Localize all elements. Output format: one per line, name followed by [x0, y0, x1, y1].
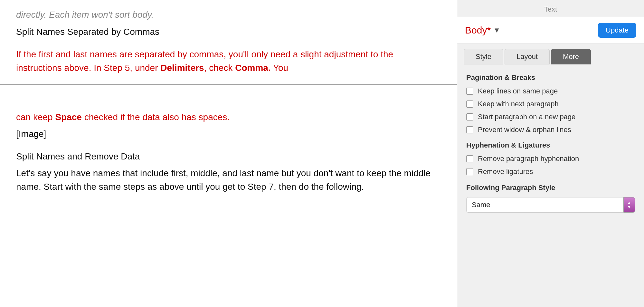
checkbox-remove-ligatures-label: Remove ligatures [478, 168, 533, 176]
red-p2-start: can keep [16, 112, 55, 122]
checkbox-prevent-widow: Prevent widow & orphan lines [466, 126, 635, 134]
red-p2-end: checked if the data also has spaces. [82, 112, 230, 122]
checkbox-keep-with-next-label: Keep with next paragraph [478, 100, 559, 108]
red-text-after-delimiters: , check [204, 63, 235, 73]
checkbox-remove-ligatures: Remove ligatures [466, 168, 635, 176]
following-section: Following Paragraph Style Same ▲ ▼ [466, 184, 635, 213]
page-section-bottom: can keep Space checked if the data also … [16, 85, 441, 194]
tab-style[interactable]: Style [464, 49, 503, 64]
checkbox-remove-ligatures-box[interactable] [466, 168, 473, 175]
following-select-row: Same ▲ ▼ [466, 197, 635, 213]
checkbox-keep-with-next: Keep with next paragraph [466, 100, 635, 108]
panel-title: Text [544, 5, 557, 13]
following-select[interactable]: Same [466, 197, 623, 213]
tab-layout[interactable]: Layout [505, 49, 550, 64]
style-dropdown-arrow[interactable]: ▼ [493, 26, 500, 34]
checkbox-prevent-widow-label: Prevent widow & orphan lines [478, 126, 571, 134]
checkbox-remove-hyphenation-box[interactable] [466, 155, 473, 162]
stepper-up-arrow: ▲ [627, 201, 631, 205]
red-bold-space: Space [55, 112, 82, 122]
faded-top-text: directly. Each item won't sort body. [16, 10, 441, 20]
red-text-after-comma: You [271, 63, 289, 73]
red-bold-comma: Comma. [235, 63, 270, 73]
checkbox-start-new-page-label: Start paragraph on a new page [478, 113, 575, 121]
panel-body: Pagination & Breaks Keep lines on same p… [457, 64, 644, 307]
tab-more[interactable]: More [551, 49, 591, 64]
body-text-main: Let's say you have names that include fi… [16, 167, 441, 194]
following-section-title: Following Paragraph Style [466, 184, 635, 192]
heading-split-names-remove: Split Names and Remove Data [16, 150, 441, 163]
style-selector-row: Body* ▼ Update [457, 17, 644, 44]
following-stepper[interactable]: ▲ ▼ [623, 197, 635, 213]
style-name-label: Body* [465, 25, 491, 36]
tabs-row: Style Layout More [457, 44, 644, 64]
stepper-down-arrow: ▼ [627, 205, 631, 209]
red-paragraph-1: If the first and last names are separate… [16, 48, 441, 75]
style-selector-left[interactable]: Body* ▼ [465, 25, 500, 36]
panel-header: Text [457, 0, 644, 17]
page-section-top: directly. Each item won't sort body. Spl… [16, 10, 441, 84]
checkbox-start-new-page-box[interactable] [466, 113, 473, 120]
checkbox-keep-with-next-box[interactable] [466, 101, 473, 108]
checkbox-keep-lines-label: Keep lines on same page [478, 87, 558, 95]
checkbox-keep-lines: Keep lines on same page [466, 87, 635, 95]
checkbox-start-new-page: Start paragraph on a new page [466, 113, 635, 121]
heading-split-names: Split Names Separated by Commas [16, 25, 441, 39]
red-bold-delimiters: Delimiters [160, 63, 204, 73]
update-button[interactable]: Update [598, 23, 636, 38]
right-panel: Text Body* ▼ Update Style Layout More Pa… [457, 0, 644, 307]
main-content: directly. Each item won't sort body. Spl… [0, 0, 457, 307]
checkbox-keep-lines-box[interactable] [466, 88, 473, 95]
hyphenation-section-title: Hyphenation & Ligatures [466, 141, 635, 149]
pagination-section-title: Pagination & Breaks [466, 73, 635, 82]
checkbox-remove-hyphenation: Remove paragraph hyphenation [466, 155, 635, 163]
checkbox-remove-hyphenation-label: Remove paragraph hyphenation [478, 155, 579, 163]
red-paragraph-2: can keep Space checked if the data also … [16, 110, 441, 124]
checkbox-prevent-widow-box[interactable] [466, 126, 473, 133]
following-select-value: Same [472, 201, 490, 209]
image-placeholder: [Image] [16, 127, 441, 141]
